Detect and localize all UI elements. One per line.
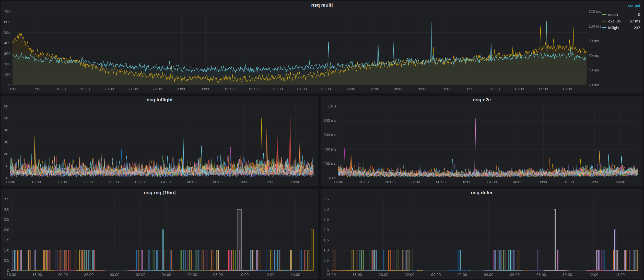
panel-title-nsq-inflight[interactable]: nsq inflight	[1, 96, 318, 104]
legend-item-e2e-95[interactable]: e2e .9567 ms	[602, 19, 640, 23]
panel-body-nsq-inflight	[1, 104, 318, 186]
dashboard-row-bottom: nsq req [15m] nsq defer	[1, 189, 643, 279]
panel-title-nsq-defer[interactable]: nsq defer	[321, 189, 643, 197]
chart-canvas-nsq-multi[interactable]	[2, 9, 603, 93]
legend-item-label: depth	[608, 12, 618, 17]
chart-canvas-nsq-e2e[interactable]	[321, 104, 642, 186]
panel-title-nsq-e2e[interactable]: nsq e2e	[321, 96, 643, 104]
panel-nsq-e2e: nsq e2e	[321, 96, 643, 186]
legend-item-current-value: 67 ms	[630, 19, 640, 23]
panel-body-nsq-e2e	[321, 104, 643, 186]
legend-item-label: e2e .95	[608, 19, 621, 23]
grafana-dashboard: nsq multi current depth0e2e .9567 msinfl…	[0, 0, 644, 280]
legend-rows: depth0e2e .9567 msinflight237	[602, 12, 640, 30]
legend-color-dash	[602, 21, 606, 21]
legend-color-dash	[602, 14, 606, 15]
panel-nsq-multi: nsq multi current depth0e2e .9567 msinfl…	[1, 1, 643, 93]
panel-body-nsq-defer	[321, 197, 643, 279]
legend-item-current-value: 0	[638, 12, 640, 17]
chart-canvas-nsq-req-15m[interactable]	[2, 197, 317, 278]
legend-item-label: inflight	[608, 26, 619, 30]
legend-current-header[interactable]: current	[602, 3, 640, 8]
panel-title-nsq-req-15m[interactable]: nsq req [15m]	[1, 189, 318, 197]
legend-nsq-multi: current depth0e2e .9567 msinflight237	[602, 3, 640, 32]
panel-nsq-inflight: nsq inflight	[1, 96, 318, 186]
chart-canvas-nsq-inflight[interactable]	[2, 104, 317, 186]
dashboard-row-middle: nsq inflight nsq e2e	[1, 96, 643, 186]
chart-canvas-nsq-defer[interactable]	[321, 197, 642, 278]
panel-title-nsq-multi[interactable]: nsq multi	[1, 1, 643, 9]
legend-item-depth[interactable]: depth0	[602, 12, 640, 17]
legend-item-inflight[interactable]: inflight237	[602, 26, 640, 30]
panel-body-nsq-multi	[1, 9, 643, 93]
legend-color-dash	[602, 27, 606, 28]
panel-nsq-defer: nsq defer	[321, 189, 643, 279]
legend-item-current-value: 237	[634, 26, 640, 30]
panel-body-nsq-req-15m	[1, 197, 318, 279]
panel-nsq-req-15m: nsq req [15m]	[1, 189, 318, 279]
